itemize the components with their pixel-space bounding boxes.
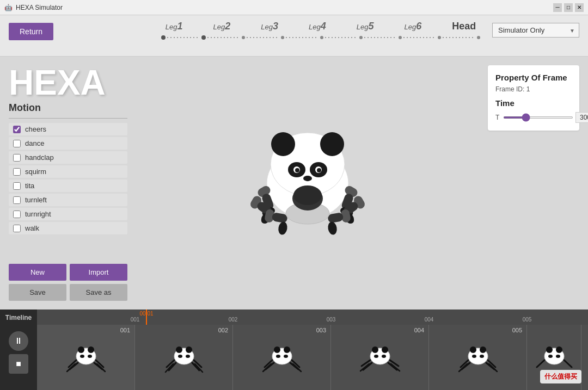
brand-title: HEXA [9, 65, 127, 100]
dot-7 [399, 36, 402, 39]
motion-label-tita: tita [25, 182, 34, 190]
minimize-button[interactable]: ─ [553, 3, 562, 12]
svg-point-88 [546, 346, 553, 353]
motion-checkbox-turnleft[interactable] [13, 196, 21, 204]
tab-head[interactable]: Head [437, 21, 491, 32]
tab-leg6[interactable]: Leg6 [389, 21, 437, 32]
watermark: 什么值得买 [540, 370, 581, 383]
motion-label-turnleft: turnleft [25, 196, 47, 204]
svg-point-36 [88, 355, 92, 358]
return-button[interactable]: Return [9, 23, 53, 40]
frame-cell-002[interactable]: 002 [135, 325, 233, 390]
ruler-tick-005: 005 [523, 317, 532, 323]
svg-point-91 [556, 355, 560, 358]
motion-item-tita[interactable]: tita [9, 179, 127, 192]
frame-cell-003[interactable]: 003 [233, 325, 331, 390]
title-bar: 🤖 HEXA Simulator ─ □ ✕ [0, 0, 588, 15]
motion-label: Motion [9, 102, 127, 114]
ruler-tick-004: 004 [425, 317, 434, 323]
tab-leg4[interactable]: Leg4 [293, 21, 341, 32]
svg-point-2 [271, 132, 295, 156]
frame-cell-001[interactable]: 001 [37, 325, 135, 390]
timeline-frames: 00:01 001 002 003 004 005 001 [37, 309, 588, 390]
motion-checkbox-dance[interactable] [13, 140, 21, 147]
sidebar-buttons: New Import Save Save as [9, 264, 127, 301]
motion-checkbox-turnright[interactable] [13, 211, 21, 218]
time-row: T 300 [495, 112, 572, 123]
frame-id: Frame ID: 1 [495, 85, 572, 93]
motion-checkbox-squirm[interactable] [13, 168, 21, 176]
timeline-playhead[interactable]: 00:01 [146, 309, 147, 325]
motion-label-walk: walk [25, 224, 39, 232]
tab-leg1[interactable]: Leg1 [150, 21, 198, 32]
dots-line-4 [286, 37, 318, 38]
frame-cell-004[interactable]: 004 [331, 325, 429, 390]
svg-point-8 [295, 168, 299, 172]
frame-robot-003 [260, 341, 304, 374]
svg-point-35 [80, 355, 84, 358]
motion-checkbox-cheers[interactable] [13, 126, 21, 133]
motion-checkbox-tita[interactable] [13, 182, 21, 190]
svg-point-79 [472, 355, 476, 358]
frame-robot-006 [532, 341, 576, 374]
save-button[interactable]: Save [9, 284, 66, 301]
motion-item-turnright[interactable]: turnright [9, 208, 127, 220]
new-button[interactable]: New [9, 264, 66, 281]
pause-button[interactable]: ⏸ [9, 331, 28, 351]
svg-point-80 [480, 355, 484, 358]
save-as-button[interactable]: Save as [70, 284, 127, 301]
time-slider[interactable] [503, 116, 573, 119]
timeline-ruler: 00:01 001 002 003 004 005 [37, 309, 588, 325]
svg-point-47 [186, 355, 190, 358]
motion-checkbox-walk[interactable] [13, 225, 21, 232]
svg-point-34 [88, 346, 94, 353]
app-title: HEXA Simulator [16, 4, 63, 11]
ruler-tick-002: 002 [229, 317, 238, 323]
frame-cell-005[interactable]: 005 [429, 325, 527, 390]
tab-leg5[interactable]: Leg5 [341, 21, 389, 32]
motion-item-squirm[interactable]: squirm [9, 165, 127, 178]
dots-line-2 [207, 37, 240, 38]
robot-display [220, 102, 395, 265]
ruler-tick-001: 001 [131, 317, 140, 323]
stop-button[interactable]: ■ [9, 354, 28, 374]
motion-checkbox-handclap[interactable] [13, 154, 21, 162]
sidebar: HEXA Motion cheers dance handclap [0, 57, 136, 309]
dots-line-7 [403, 37, 436, 38]
motion-label-dance: dance [25, 139, 44, 147]
dot-9 [477, 36, 480, 39]
ruler-tick-003: 003 [327, 317, 336, 323]
watermark-text: 什么值得买 [544, 373, 577, 380]
svg-point-9 [317, 168, 321, 172]
motion-item-dance[interactable]: dance [9, 137, 127, 150]
dot-6 [359, 36, 363, 39]
pause-icon: ⏸ [14, 336, 23, 346]
dot-5 [320, 36, 323, 39]
svg-point-66 [372, 346, 378, 353]
svg-point-28 [327, 221, 338, 235]
svg-line-92 [537, 360, 544, 367]
close-button[interactable]: ✕ [575, 3, 584, 12]
timeline-label-col: Timeline ⏸ ■ [0, 309, 37, 390]
app-icon: 🤖 [4, 4, 13, 11]
robot-viewport [136, 57, 479, 309]
svg-point-58 [284, 355, 288, 358]
frame-number-002: 002 [218, 327, 228, 333]
frame-robot-005 [456, 341, 500, 374]
motion-item-handclap[interactable]: handclap [9, 151, 127, 164]
motion-item-cheers[interactable]: cheers [9, 123, 127, 135]
frame-robot-001 [64, 341, 108, 374]
simulator-select[interactable]: Simulator Only Real Robot Both [492, 23, 579, 38]
svg-point-45 [186, 346, 192, 353]
dots-line-3 [247, 37, 279, 38]
motion-item-turnleft[interactable]: turnleft [9, 194, 127, 206]
tab-leg3[interactable]: Leg3 [246, 21, 293, 32]
motion-divider [9, 118, 127, 119]
simulator-select-wrap[interactable]: Simulator Only Real Robot Both [492, 23, 579, 38]
dot-3 [242, 36, 245, 39]
dot-4 [281, 36, 284, 39]
tab-leg2[interactable]: Leg2 [198, 21, 246, 32]
import-button[interactable]: Import [70, 264, 127, 281]
motion-item-walk[interactable]: walk [9, 222, 127, 234]
maximize-button[interactable]: □ [564, 3, 573, 12]
